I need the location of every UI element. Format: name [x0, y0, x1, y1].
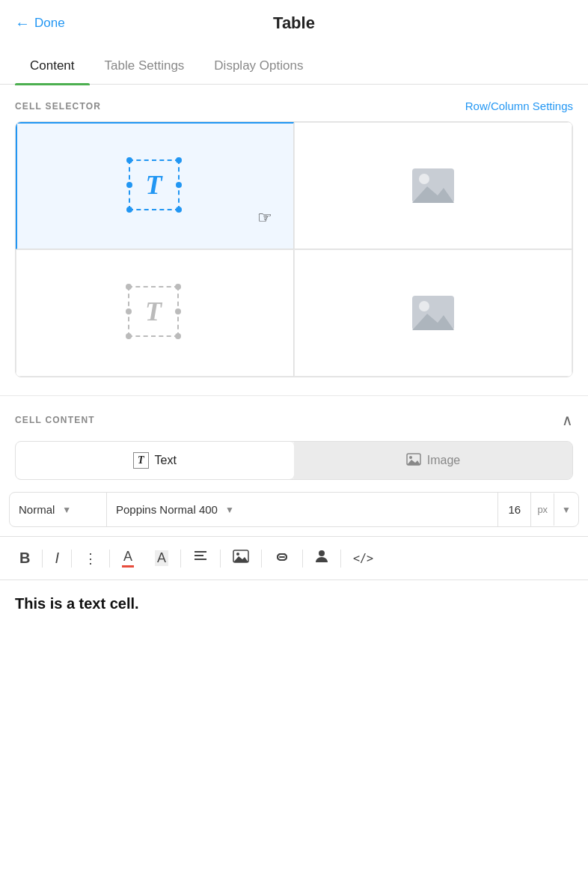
svg-marker-8	[407, 460, 420, 465]
cell-content-header: CELL CONTENT ∧	[0, 396, 588, 441]
svg-marker-14	[233, 556, 248, 562]
toolbar-divider-3	[109, 550, 110, 568]
font-size-unit: px	[531, 493, 554, 526]
toolbar-divider-5	[220, 550, 221, 568]
font-color-icon: A	[122, 549, 134, 568]
font-size-chevron-icon[interactable]: ▼	[554, 494, 578, 526]
cursor-icon: ☞	[257, 208, 272, 228]
image-cell-icon-4	[411, 294, 456, 332]
toggle-text-label: Text	[155, 454, 177, 467]
image-insert-icon	[233, 550, 249, 567]
toolbar-divider-6	[261, 550, 262, 568]
font-color-button[interactable]: A	[111, 543, 144, 574]
tabs-container: Content Table Settings Display Options	[0, 49, 588, 85]
formatting-toolbar: B I ⋮ A A	[0, 536, 588, 580]
cell-2[interactable]	[294, 122, 572, 249]
back-button[interactable]: ← Done	[15, 15, 65, 32]
code-button[interactable]: </>	[343, 546, 384, 571]
font-size-section: 16 px ▼	[498, 493, 578, 526]
person-icon	[315, 549, 328, 568]
page-title: Table	[273, 13, 315, 33]
svg-point-13	[236, 553, 239, 556]
code-icon: </>	[353, 552, 373, 565]
row-column-settings-link[interactable]: Row/Column Settings	[465, 100, 573, 112]
text-toggle-icon: T	[133, 452, 149, 469]
font-style-label: Normal	[19, 503, 55, 516]
font-style-select[interactable]: Normal ▼	[10, 493, 107, 526]
image-toggle-icon	[406, 453, 421, 469]
svg-point-15	[319, 550, 325, 556]
image-insert-button[interactable]	[222, 544, 260, 573]
text-content-area[interactable]: This is a text cell.	[0, 580, 588, 627]
svg-point-7	[409, 456, 412, 459]
collapse-icon[interactable]: ∧	[562, 411, 573, 429]
more-options-button[interactable]: ⋮	[73, 544, 108, 573]
text-cell-icon-3: T	[128, 286, 182, 340]
tab-display-options[interactable]: Display Options	[199, 49, 318, 84]
font-name-chevron-icon: ▼	[225, 505, 234, 515]
font-controls: Normal ▼ Poppins Normal 400 ▼ 16 px ▼	[9, 492, 579, 527]
person-button[interactable]	[304, 543, 339, 574]
text-cell-icon-1: T	[129, 159, 183, 213]
header: ← Done Table	[0, 0, 588, 43]
content-type-toggle: T Text Image	[15, 441, 573, 480]
font-name-label: Poppins Normal 400	[116, 503, 218, 516]
back-label: Done	[34, 16, 65, 31]
toolbar-divider-1	[42, 550, 43, 568]
toggle-image-button[interactable]: Image	[294, 442, 572, 479]
toolbar-divider-7	[302, 550, 303, 568]
text-cell-content: This is a text cell.	[15, 595, 139, 612]
toggle-text-button[interactable]: T Text	[16, 442, 294, 479]
toolbar-divider-4	[180, 550, 181, 568]
cell-selector-header: CELL SELECTOR Row/Column Settings	[0, 85, 588, 121]
font-style-chevron-icon: ▼	[62, 505, 71, 515]
tab-table-settings[interactable]: Table Settings	[90, 49, 200, 84]
font-name-select[interactable]: Poppins Normal 400 ▼	[107, 493, 498, 526]
back-arrow-icon: ←	[15, 15, 30, 32]
toolbar-divider-2	[71, 550, 72, 568]
svg-point-1	[419, 174, 429, 184]
link-button[interactable]	[263, 544, 301, 572]
align-button[interactable]	[183, 544, 218, 572]
cell-4[interactable]	[294, 249, 572, 377]
bold-button[interactable]: B	[9, 544, 40, 573]
align-icon	[193, 550, 208, 566]
link-icon	[274, 550, 290, 566]
font-bg-button[interactable]: A	[144, 544, 179, 572]
cell-content-label: CELL CONTENT	[15, 415, 95, 425]
font-bg-icon: A	[155, 550, 168, 566]
font-size-value[interactable]: 16	[498, 493, 531, 526]
cell-selector-label: CELL SELECTOR	[15, 101, 101, 112]
svg-point-4	[419, 301, 429, 311]
image-cell-icon-2	[411, 167, 456, 204]
cell-1[interactable]: T ☞	[16, 122, 294, 249]
cell-3[interactable]: T	[16, 249, 294, 377]
toolbar-divider-8	[340, 550, 341, 568]
tab-content[interactable]: Content	[15, 49, 90, 84]
toggle-image-label: Image	[427, 454, 460, 467]
cell-grid: T ☞ T	[15, 121, 573, 377]
italic-button[interactable]: I	[44, 544, 70, 573]
